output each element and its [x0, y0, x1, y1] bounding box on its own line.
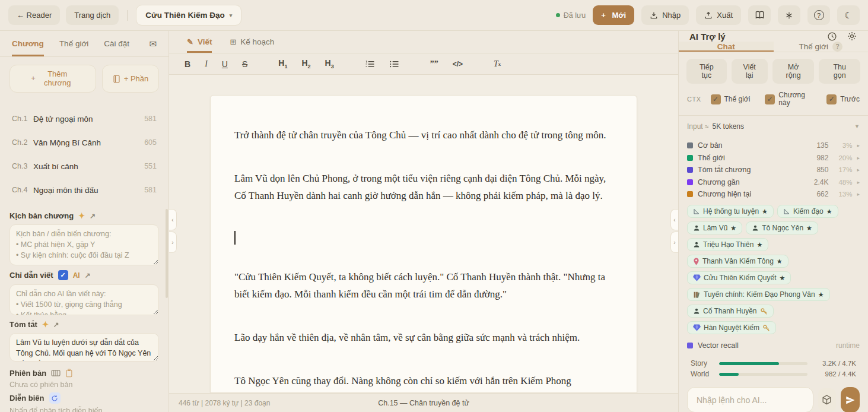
- tab-chat-label: Chat: [717, 42, 735, 51]
- context-tags: Hệ thống tu luyện★Kiếm đạo★Lâm Vũ★Tô Ngọ…: [679, 201, 868, 338]
- film-icon[interactable]: [51, 369, 61, 377]
- translate-button[interactable]: Trang dịch: [66, 5, 119, 25]
- ai-badge: AI: [73, 271, 80, 280]
- blockquote-button[interactable]: ””: [429, 56, 440, 72]
- chapter-list-item[interactable]: Ch.4Ngoại môn thi đấu581: [6, 178, 163, 202]
- sparkle-icon[interactable]: ✦: [78, 211, 85, 220]
- panel-collapse-handle[interactable]: ›: [670, 232, 678, 253]
- context-tag[interactable]: Lâm Vũ★: [687, 221, 742, 234]
- collapse-icon[interactable]: ▼: [854, 123, 860, 129]
- reader-button[interactable]: ← Reader: [8, 5, 60, 25]
- envelope-icon: ✉: [149, 39, 157, 49]
- add-chapter-button[interactable]: +Thêm chương: [9, 65, 96, 93]
- strikethrough-button[interactable]: S: [241, 56, 249, 72]
- panel-collapse-handle[interactable]: ‹: [670, 209, 678, 230]
- tab-chapters[interactable]: Chương: [12, 31, 44, 56]
- reader-mode-button[interactable]: [748, 5, 771, 25]
- context-tag[interactable]: Thanh Vân Kiếm Tông★: [687, 255, 788, 268]
- h2-button[interactable]: H2: [300, 56, 311, 72]
- expand-icon[interactable]: ↗: [85, 271, 91, 280]
- expand-icon[interactable]: ↗: [90, 212, 96, 220]
- chapter-list-item[interactable]: Ch.3Xuất bí cảnh551: [6, 154, 163, 178]
- chapter-list-item[interactable]: Ch.2Vân Mộng Bí Cảnh605: [6, 131, 163, 154]
- chapter-script-input[interactable]: [9, 224, 159, 265]
- history-button[interactable]: [827, 31, 837, 42]
- context-tag[interactable]: Cố Thanh Huyền: [687, 305, 774, 318]
- input-approx-label: Input ≈: [687, 122, 709, 131]
- chapter-list-item[interactable]: Ch.1Đệ tử ngoại môn581: [6, 107, 163, 131]
- send-button[interactable]: [841, 387, 860, 412]
- token-legend-row[interactable]: Chương gần2.4K48%▸: [687, 176, 860, 188]
- legend-name: Tóm tắt chương: [698, 166, 803, 174]
- ai-action-button[interactable]: Viết lại: [732, 59, 768, 84]
- sparkle-tools-button[interactable]: [778, 5, 800, 25]
- theme-toggle-button[interactable]: ☾: [837, 5, 860, 25]
- ai-action-button[interactable]: Tiếp tục: [686, 59, 727, 84]
- tab-plan[interactable]: ⊞ Kế hoạch: [230, 31, 274, 53]
- write-instructions-input[interactable]: [9, 284, 159, 315]
- random-button[interactable]: [818, 388, 836, 412]
- italic-button[interactable]: I: [204, 56, 209, 72]
- world-label: World: [691, 370, 713, 378]
- tab-settings[interactable]: Cài đặt: [104, 31, 129, 56]
- chapter-title: Vân Mộng Bí Cảnh: [33, 138, 144, 147]
- bold-button[interactable]: B: [183, 56, 192, 72]
- help-button[interactable]: ?: [807, 5, 830, 25]
- new-button[interactable]: + Mới: [593, 5, 634, 25]
- key-icon: [762, 324, 770, 332]
- asterisk-icon: [785, 11, 793, 20]
- upload-icon: [704, 11, 713, 20]
- h1-button[interactable]: H1: [277, 56, 288, 72]
- books-icon: [693, 291, 701, 299]
- tag-label: Hệ thống tu luyện: [703, 207, 759, 215]
- token-legend-row[interactable]: Cơ bản1353%▸: [687, 140, 860, 152]
- instructions-checkbox[interactable]: ✓: [58, 270, 68, 280]
- legend-percent: 13%: [833, 191, 852, 198]
- expand-icon[interactable]: ↗: [53, 321, 59, 329]
- h3-button[interactable]: H3: [324, 56, 335, 72]
- ctx-checkbox-item[interactable]: ✓Thế giới: [711, 94, 751, 104]
- bullet-list-button[interactable]: [388, 56, 400, 72]
- token-legend-row[interactable]: Thế giới98220%▸: [687, 151, 860, 164]
- token-legend-row[interactable]: Chương hiện tại66213%▸: [687, 188, 860, 201]
- import-button[interactable]: Nhập: [641, 5, 689, 25]
- refresh-button[interactable]: [49, 392, 61, 404]
- clipboard-icon[interactable]: [65, 369, 73, 378]
- ai-command-input[interactable]: [687, 387, 813, 412]
- document-page[interactable]: Trở thành đệ tử chân truyền của Tông Chủ…: [210, 95, 637, 393]
- translate-label: Trang dịch: [74, 11, 110, 20]
- code-button[interactable]: </>: [452, 56, 464, 72]
- sidebar-collapse-handle[interactable]: ‹: [169, 209, 177, 230]
- ordered-list-button[interactable]: [364, 56, 376, 72]
- ctx-checkbox-item[interactable]: ✓Chương này: [765, 91, 812, 107]
- context-tag[interactable]: Hệ thống tu luyện★: [687, 205, 774, 218]
- tab-chat[interactable]: Chat: [679, 42, 774, 52]
- context-tag[interactable]: Tô Ngọc Yên★: [746, 221, 818, 234]
- inbox-button[interactable]: ✉: [149, 31, 157, 56]
- context-tag[interactable]: Triệu Hạo Thiên★: [687, 238, 768, 251]
- context-tag[interactable]: Cửu Thiên Kiếm Quyết★: [687, 271, 791, 284]
- context-tag[interactable]: Hàn Nguyệt Kiếm: [687, 321, 776, 334]
- scrollbar-thumb[interactable]: [166, 209, 168, 298]
- summary-input[interactable]: Lâm Vũ tu luyện dưới sự dẫn dắt của Tông…: [9, 333, 159, 362]
- underline-button[interactable]: U: [221, 56, 229, 72]
- help-chip-icon: ?: [832, 42, 842, 52]
- new-label: Mới: [612, 11, 626, 20]
- sparkle-icon[interactable]: ✦: [42, 320, 49, 329]
- context-tag[interactable]: Kiếm đạo★: [777, 205, 838, 218]
- add-part-button[interactable]: + Phần: [102, 65, 159, 93]
- tab-ai-world[interactable]: Thế giới ?: [774, 42, 868, 52]
- project-selector[interactable]: Cửu Thiên Kiếm Đạo ▾: [136, 5, 241, 26]
- sidebar-collapse-handle[interactable]: ›: [169, 232, 177, 253]
- export-button[interactable]: Xuất: [696, 5, 741, 25]
- tab-world[interactable]: Thế giới: [59, 31, 88, 56]
- tab-write[interactable]: ✎ Viết: [187, 31, 212, 53]
- ai-action-button[interactable]: Mở rộng: [772, 59, 815, 84]
- ctx-checkbox-item[interactable]: ✓Trước: [826, 94, 860, 104]
- ai-action-button[interactable]: Thu gọn: [819, 59, 860, 84]
- settings-button[interactable]: [847, 31, 857, 42]
- token-legend-row[interactable]: Tóm tắt chương85017%▸: [687, 164, 860, 176]
- clear-format-button[interactable]: Tx: [492, 56, 502, 72]
- context-tag[interactable]: Tuyến chính: Kiếm Đạo Phong Vân★: [687, 288, 830, 301]
- dynamics-hint: Nhấn để phân tích diễn biến: [9, 404, 159, 412]
